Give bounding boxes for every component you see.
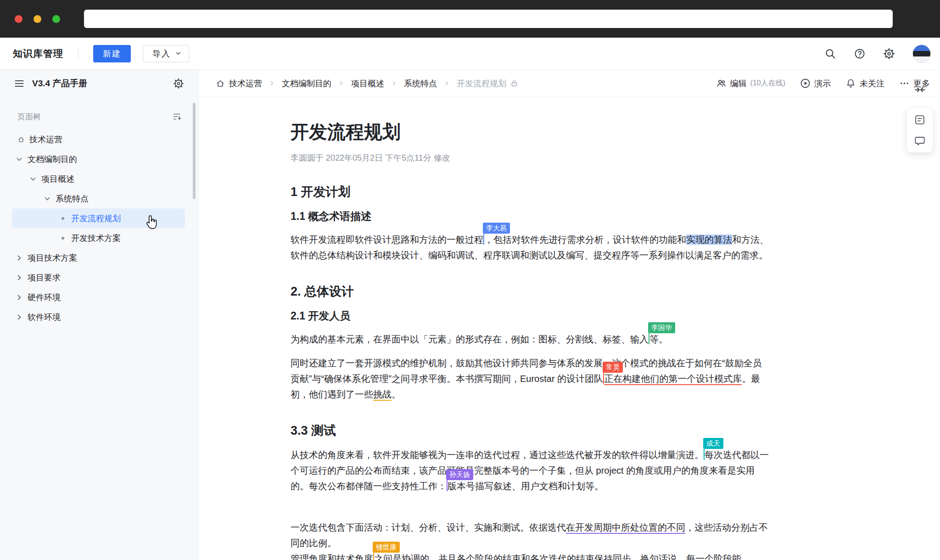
- tree-item-label: 软件环境: [28, 312, 61, 323]
- chevron-right-icon[interactable]: [15, 313, 23, 321]
- doc-heading[interactable]: 1 开发计划: [291, 184, 770, 200]
- collapse-icon[interactable]: [914, 84, 926, 96]
- tree-item-硬件环境[interactable]: 硬件环境: [12, 287, 185, 307]
- tree-item-开发技术方案[interactable]: 开发技术方案: [12, 228, 185, 248]
- sidebar-scrollbar[interactable]: [193, 103, 196, 199]
- doc-paragraph[interactable]: 从技术的角度来看，软件开发能够视为一连串的迭代过程，通过这些迭代被开发的软件得以…: [291, 447, 770, 494]
- text-run: 版本号描写叙述、用户文档和计划等。: [448, 481, 604, 491]
- import-button-label: 导入: [152, 48, 171, 59]
- tree-item-开发流程规划[interactable]: 开发流程规划: [12, 208, 185, 228]
- home-icon: [17, 135, 25, 144]
- app-header: 知识库管理 新建 导入: [0, 38, 940, 70]
- tree-item-label: 系统特点: [56, 193, 89, 204]
- edit-action[interactable]: 编辑 (10人在线): [716, 78, 785, 89]
- breadcrumb-item-技术运营[interactable]: 技术运营: [216, 78, 262, 89]
- minimize-button[interactable]: [34, 15, 41, 23]
- tree-item-label: 项目要求: [28, 272, 61, 283]
- collab-caret-锺世康: 锺世康: [373, 553, 374, 560]
- import-button[interactable]: 导入: [143, 45, 189, 62]
- outline-icon[interactable]: [914, 114, 926, 126]
- tree-item-系统特点[interactable]: 系统特点: [12, 189, 185, 208]
- browser-titlebar: [0, 0, 940, 38]
- breadcrumb: 技术运营文档编制目的项目概述系统特点开发流程规划: [216, 78, 518, 89]
- ellipsis-icon: [899, 78, 910, 89]
- comment-icon[interactable]: [914, 135, 926, 147]
- bullet-icon: [59, 234, 67, 242]
- text-run: 。: [392, 389, 401, 399]
- doc-meta: 李圆圆于 2022年05月2日 下午5点11分 修改: [291, 152, 770, 163]
- doc-paragraph[interactable]: 为构成的基本元素，在界面中以「元素」的形式存在，例如：图标、分割线、标签、输入李…: [291, 331, 770, 347]
- traffic-lights: [15, 15, 60, 23]
- search-icon[interactable]: [824, 48, 836, 60]
- new-button[interactable]: 新建: [93, 45, 131, 62]
- text-run: 等。: [649, 334, 668, 344]
- text-run: 管理角度和技术角度: [291, 554, 373, 560]
- doc-actions: 编辑 (10人在线) 演示 未关注 更多: [716, 78, 930, 89]
- doc-paragraph[interactable]: 同时还建立了一套开源模式的维护机制，鼓励其他设计师共同参与体系的发展。这个模式的…: [291, 355, 770, 402]
- tree-item-项目要求[interactable]: 项目要求: [12, 268, 185, 287]
- collab-label-成天: 成天: [703, 438, 723, 449]
- chevron-right-icon[interactable]: [15, 274, 23, 282]
- bullet-icon: [59, 214, 67, 223]
- doc-body: 1 开发计划1.1 概念术语描述软件开发流程即软件设计思路和方法的一般过程李大易…: [291, 184, 770, 560]
- present-action[interactable]: 演示: [800, 78, 831, 89]
- tree-item-label: 项目概述: [41, 174, 74, 185]
- collab-label-李大易: 李大易: [483, 223, 510, 234]
- chevron-down-icon[interactable]: [15, 155, 23, 163]
- help-icon[interactable]: [854, 48, 866, 60]
- follow-label: 未关注: [860, 78, 884, 89]
- collab-caret-成天: 成天: [704, 449, 705, 460]
- breadcrumb-item-文档编制目的[interactable]: 文档编制目的: [282, 78, 331, 89]
- chevron-down-icon: [175, 50, 181, 56]
- chevron-down-icon[interactable]: [29, 175, 37, 183]
- follow-action[interactable]: 未关注: [845, 78, 884, 89]
- menu-icon[interactable]: [14, 78, 25, 89]
- text-run: 软件开发流程即软件设计思路和方法的一般过程: [291, 235, 483, 245]
- doc-title[interactable]: 开发流程规划: [291, 120, 770, 143]
- pagetree-label: 页面树: [17, 112, 41, 122]
- zoom-button[interactable]: [52, 15, 60, 23]
- text-run: 之间是协调的，并且各个阶段的结束和各次迭代的结束保持同步。换句话说，每一个阶段能: [374, 554, 741, 560]
- breadcrumb-item-项目概述[interactable]: 项目概述: [351, 78, 384, 89]
- breadcrumb-row: 技术运营文档编制目的项目概述系统特点开发流程规划 编辑 (10人在线) 演示 未…: [198, 70, 940, 97]
- collab-label-孙天扬: 孙天扬: [446, 469, 473, 480]
- lock-icon: [510, 79, 518, 87]
- doc-heading[interactable]: 2. 总体设计: [291, 283, 770, 300]
- collab-caret-常昊: 常昊: [603, 373, 604, 384]
- tree-item-技术运营[interactable]: 技术运营: [12, 129, 185, 149]
- tree-item-label: 技术运营: [29, 134, 62, 145]
- breadcrumb-separator-icon: [391, 80, 397, 86]
- breadcrumb-separator-icon: [444, 80, 450, 86]
- tree-item-label: 硬件环境: [28, 292, 61, 303]
- tree-item-文档编制目的[interactable]: 文档编制目的: [12, 149, 185, 169]
- app-title: 知识库管理: [13, 47, 63, 60]
- chevron-right-icon[interactable]: [15, 293, 23, 302]
- text-run: 一次迭代包含下面活动：计划、分析、设计、实施和测试。依据迭代: [291, 522, 566, 532]
- collab-caret-李大易: 李大易: [483, 234, 484, 245]
- document: 开发流程规划 李圆圆于 2022年05月2日 下午5点11分 修改 1 开发计划…: [198, 120, 770, 560]
- tree-sort-icon[interactable]: [172, 112, 182, 122]
- close-button[interactable]: [15, 15, 22, 23]
- tree-item-项目概述[interactable]: 项目概述: [12, 169, 185, 189]
- doc-paragraph[interactable]: 一次迭代包含下面活动：计划、分析、设计、实施和测试。依据迭代在开发周期中所处位置…: [291, 520, 770, 551]
- collab-caret-孙天扬: 孙天扬: [447, 480, 448, 491]
- text-run: 为构成的基本元素，在界面中以「元素」的形式存在，例如：图标、分割线、标签、输入: [291, 334, 649, 344]
- doc-heading[interactable]: 1.1 概念术语描述: [291, 209, 770, 224]
- avatar[interactable]: [912, 45, 931, 63]
- doc-paragraph[interactable]: 管理角度和技术角度锺世康之间是协调的，并且各个阶段的结束和各次迭代的结束保持同步…: [291, 551, 770, 560]
- marked-text: 挑战: [373, 389, 392, 401]
- tree-item-软件环境[interactable]: 软件环境: [12, 307, 185, 327]
- sidebar: V3.4 产品手册 页面树 技术运营文档编制目的项目概述系统特点开发流程规划开发…: [0, 70, 198, 560]
- doc-paragraph[interactable]: 软件开发流程即软件设计思路和方法的一般过程李大易，包括对软件先进行需求分析，设计…: [291, 232, 770, 263]
- workspace-settings-gear-icon[interactable]: [173, 78, 184, 89]
- chevron-down-icon[interactable]: [43, 195, 51, 203]
- doc-heading[interactable]: 2.1 开发人员: [291, 309, 770, 323]
- settings-gear-icon[interactable]: [883, 48, 895, 60]
- browser-address-bar[interactable]: [84, 10, 893, 28]
- chevron-right-icon[interactable]: [15, 254, 23, 262]
- tree-item-项目技术方案[interactable]: 项目技术方案: [12, 248, 185, 268]
- tree-item-label: 文档编制目的: [28, 154, 77, 165]
- doc-heading[interactable]: 3.3 测试: [291, 422, 770, 439]
- breadcrumb-item-系统特点[interactable]: 系统特点: [404, 78, 437, 89]
- tree-item-label: 开发技术方案: [71, 233, 121, 244]
